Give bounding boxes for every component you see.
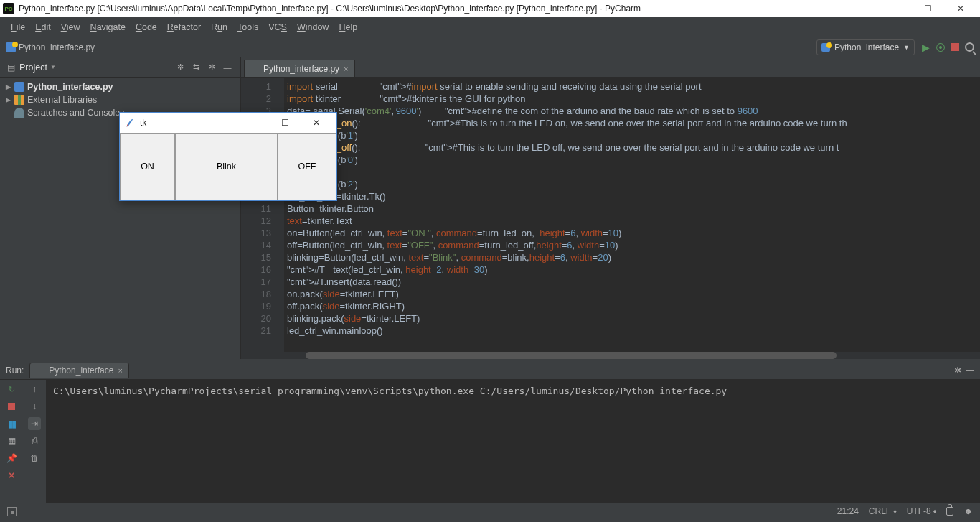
menu-refactor[interactable]: Refactor bbox=[162, 22, 206, 32]
scratch-icon bbox=[14, 108, 24, 118]
breadcrumb-file: Python_interface.py bbox=[19, 42, 95, 52]
python-file-icon bbox=[36, 366, 44, 375]
trash-button[interactable]: 🗑 bbox=[28, 452, 41, 465]
python-file-icon bbox=[250, 65, 259, 73]
collapse-icon[interactable]: ⇆ bbox=[190, 62, 202, 73]
editor-area: Python_interface.py × 123456789101112131… bbox=[241, 57, 980, 359]
tk-title-text: tk bbox=[140, 118, 237, 128]
folder-icon bbox=[14, 82, 24, 92]
scrollbar-thumb[interactable] bbox=[306, 352, 837, 359]
run-toolbar-right: ↑ ↓ ⇥ ⎙ 🗑 bbox=[23, 380, 46, 503]
tk-body: ON Blink OFF bbox=[120, 133, 336, 200]
os-titlebar: PC Python_interface.py [C:\Users\luminus… bbox=[0, 0, 980, 17]
tree-node-external-libraries[interactable]: ▶ External Libraries bbox=[0, 93, 240, 106]
tree-node-project-root[interactable]: ▶ Python_interface.py bbox=[0, 80, 240, 93]
os-minimize-button[interactable]: — bbox=[878, 0, 911, 17]
python-file-icon bbox=[821, 43, 830, 52]
file-encoding[interactable]: UTF-8 ♦ bbox=[907, 506, 937, 516]
print-button[interactable]: ⎙ bbox=[28, 434, 41, 447]
run-panel-label: Run: bbox=[6, 365, 24, 376]
nav-row: Python_interface.py Python_interface ▼ ▶… bbox=[0, 37, 980, 57]
editor-tab[interactable]: Python_interface.py × bbox=[244, 60, 355, 77]
menubar: File Edit View Navigate Code Refactor Ru… bbox=[0, 17, 980, 37]
tk-window: tk — ☐ ✕ ON Blink OFF bbox=[119, 112, 337, 201]
editor-tabs: Python_interface.py × bbox=[241, 57, 980, 78]
tk-off-button[interactable]: OFF bbox=[278, 133, 336, 200]
menu-file[interactable]: File bbox=[6, 22, 30, 32]
menu-code[interactable]: Code bbox=[131, 22, 162, 32]
rerun-button[interactable]: ↻ bbox=[5, 383, 18, 396]
tk-on-button[interactable]: ON bbox=[120, 133, 175, 200]
menu-navigate[interactable]: Navigate bbox=[85, 22, 131, 32]
menu-run[interactable]: Run bbox=[206, 22, 232, 32]
pin-button[interactable]: 📌 bbox=[5, 452, 18, 465]
menu-vcs[interactable]: VCS bbox=[263, 22, 292, 32]
hide-icon[interactable]: — bbox=[222, 62, 233, 73]
find-action-button[interactable] bbox=[965, 42, 974, 52]
lock-icon bbox=[946, 507, 953, 516]
caret-icon: ▶ bbox=[6, 96, 11, 103]
console-output[interactable]: C:\Users\luminus\PycharmProjects\serial_… bbox=[46, 380, 980, 503]
stop-button[interactable] bbox=[5, 400, 18, 413]
editor-tab-label: Python_interface.py bbox=[263, 64, 339, 74]
caret-icon: ▶ bbox=[6, 83, 11, 90]
line-separator[interactable]: CRLF ♦ bbox=[869, 506, 897, 516]
tool-windows-icon[interactable] bbox=[7, 507, 17, 516]
close-tab-icon[interactable]: × bbox=[118, 366, 122, 375]
run-tab-label: Python_interface bbox=[49, 365, 113, 376]
project-icon: ▤ bbox=[7, 62, 15, 73]
menu-window[interactable]: Window bbox=[292, 22, 334, 32]
pause-button[interactable]: ▮▮ bbox=[5, 417, 18, 430]
run-config-name: Python_interface bbox=[834, 42, 899, 52]
hide-icon[interactable]: — bbox=[966, 365, 974, 376]
tree-node-label: Scratches and Consoles bbox=[27, 108, 125, 118]
chevron-down-icon[interactable]: ▼ bbox=[50, 64, 56, 70]
code-content[interactable]: import serial "cmt">#import serial to en… bbox=[284, 78, 980, 352]
tree-node-label: Python_interface.py bbox=[27, 82, 113, 92]
caret-position[interactable]: 21:24 bbox=[837, 506, 859, 516]
project-label[interactable]: Project bbox=[19, 62, 47, 73]
run-header: Run: Python_interface × ✲ — bbox=[0, 361, 980, 380]
tk-minimize-button[interactable]: — bbox=[237, 113, 269, 133]
menu-tools[interactable]: Tools bbox=[232, 22, 263, 32]
run-toolbar-left: ↻ ▮▮ ▦ 📌 × bbox=[0, 380, 23, 503]
readonly-toggle[interactable] bbox=[946, 507, 953, 516]
os-maximize-button[interactable]: ☐ bbox=[911, 0, 944, 17]
settings-icon[interactable]: ✲ bbox=[206, 62, 217, 73]
debug-button[interactable]: ⦿ bbox=[936, 42, 946, 53]
run-button[interactable]: ▶ bbox=[922, 42, 930, 53]
run-config-selector[interactable]: Python_interface ▼ bbox=[816, 39, 915, 55]
main-area: ▤ Project ▼ ✲ ⇆ ✲ — ▶ Python_interface.p… bbox=[0, 57, 980, 359]
settings-icon[interactable]: ✲ bbox=[954, 365, 961, 376]
library-icon bbox=[14, 95, 24, 105]
caret-icon bbox=[6, 109, 11, 116]
run-tool-window: Run: Python_interface × ✲ — ↻ ▮▮ ▦ 📌 × ↑… bbox=[0, 359, 980, 503]
stop-button[interactable] bbox=[951, 43, 959, 51]
menu-view[interactable]: View bbox=[56, 22, 85, 32]
locate-icon[interactable]: ✲ bbox=[174, 62, 186, 73]
tk-feather-icon bbox=[124, 117, 136, 129]
tk-titlebar[interactable]: tk — ☐ ✕ bbox=[120, 113, 336, 133]
up-button[interactable]: ↑ bbox=[28, 383, 41, 396]
menu-edit[interactable]: Edit bbox=[30, 22, 56, 32]
menu-help[interactable]: Help bbox=[334, 22, 362, 32]
breadcrumb[interactable]: Python_interface.py bbox=[6, 42, 95, 52]
run-tab[interactable]: Python_interface × bbox=[29, 363, 129, 378]
os-close-button[interactable]: ✕ bbox=[944, 0, 977, 17]
os-window-title: Python_interface.py [C:\Users\luminus\Ap… bbox=[19, 4, 878, 14]
python-file-icon bbox=[6, 42, 16, 52]
inspection-icon[interactable]: ☻ bbox=[963, 506, 973, 516]
tk-blink-button[interactable]: Blink bbox=[175, 133, 278, 200]
tk-maximize-button[interactable]: ☐ bbox=[269, 113, 301, 133]
code-editor[interactable]: 123456789101112131415161718192021 import… bbox=[241, 78, 980, 352]
pycharm-icon: PC bbox=[3, 3, 14, 14]
project-header: ▤ Project ▼ ✲ ⇆ ✲ — bbox=[0, 57, 240, 78]
tree-node-label: External Libraries bbox=[27, 95, 97, 105]
close-run-button[interactable]: × bbox=[5, 469, 18, 482]
layout-button[interactable]: ▦ bbox=[5, 434, 18, 447]
tk-close-button[interactable]: ✕ bbox=[301, 113, 332, 133]
soft-wrap-button[interactable]: ⇥ bbox=[28, 417, 41, 430]
close-tab-icon[interactable]: × bbox=[344, 65, 348, 73]
horizontal-scrollbar[interactable] bbox=[241, 352, 980, 359]
down-button[interactable]: ↓ bbox=[28, 400, 41, 413]
